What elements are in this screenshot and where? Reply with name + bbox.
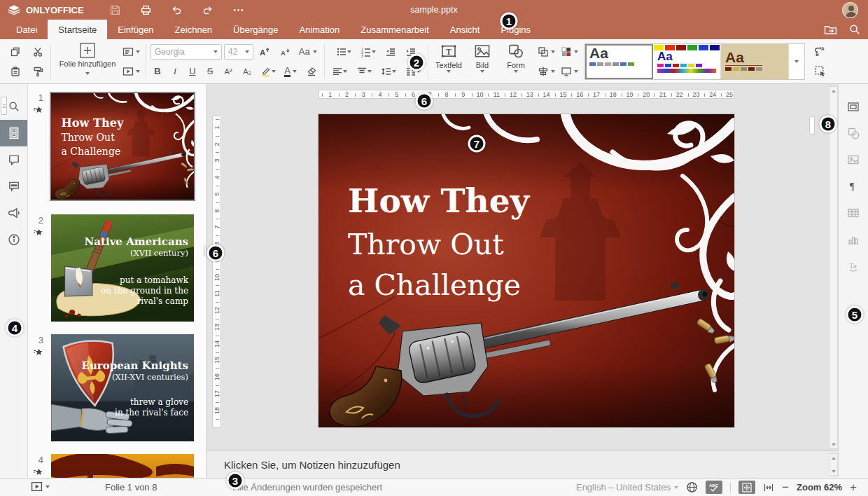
chat-panel-button[interactable] — [0, 173, 27, 200]
font-name-select[interactable]: Georgia — [150, 44, 222, 60]
vertical-ruler[interactable]: 123456789101112131415161718 — [212, 116, 221, 428]
align-shape-button[interactable] — [536, 62, 557, 81]
line-spacing-button[interactable] — [377, 62, 400, 81]
clear-style-button[interactable] — [302, 62, 321, 81]
replace-button[interactable]: AB — [811, 43, 829, 61]
decrease-indent-button[interactable] — [382, 43, 400, 61]
paragraph-settings-button[interactable]: ¶ — [839, 173, 868, 200]
set-language-icon[interactable] — [686, 481, 698, 493]
notes-scroll-down-button[interactable] — [830, 467, 837, 475]
callout-badge-1: 1 — [500, 13, 518, 30]
font-size-select[interactable]: 42 — [224, 44, 253, 60]
horizontal-align-button[interactable] — [328, 62, 351, 81]
tab-datei[interactable]: Datei — [6, 20, 48, 39]
select-all-button[interactable] — [811, 62, 829, 81]
theme-thumbnail-3[interactable]: Aa — [721, 44, 789, 79]
vertical-align-button[interactable] — [353, 62, 375, 81]
tab-zeichnen[interactable]: Zeichnen — [164, 20, 223, 39]
insert-shape-button[interactable]: Form — [499, 41, 533, 82]
bullets-button[interactable] — [332, 43, 355, 61]
format-painter-button[interactable] — [29, 62, 47, 81]
notes-scrollbar[interactable] — [829, 453, 838, 476]
increase-font-icon[interactable]: A — [255, 43, 274, 61]
print-icon[interactable] — [140, 4, 152, 16]
slide-size-button[interactable] — [559, 62, 580, 81]
color-scheme-button[interactable] — [559, 43, 580, 61]
italic-button[interactable]: I — [167, 62, 183, 81]
about-button[interactable] — [0, 226, 27, 253]
slide-settings-button[interactable] — [839, 93, 868, 120]
chart-settings-button[interactable] — [839, 226, 868, 253]
tab-ansicht[interactable]: Ansicht — [440, 20, 491, 39]
svg-text:3: 3 — [361, 54, 363, 57]
insert-textbox-button[interactable]: T Textfeld — [432, 41, 465, 82]
slides-panel-button[interactable] — [0, 120, 27, 146]
tab-startseite[interactable]: Startseite — [48, 20, 107, 39]
notes-scroll-up-button[interactable] — [830, 454, 837, 462]
change-layout-button[interactable] — [120, 43, 142, 61]
editing-canvas[interactable]: 1234567891011121314151617181920212223242… — [206, 84, 838, 478]
undo-icon[interactable] — [171, 4, 183, 16]
app-logo[interactable]: ONLYOFFICE — [0, 4, 91, 15]
theme-gallery-expand-button[interactable] — [789, 44, 804, 79]
start-slideshow-button[interactable] — [120, 62, 142, 81]
panel-resize-handle[interactable] — [204, 245, 206, 256]
arrange-shape-button[interactable] — [536, 43, 557, 61]
start-slideshow-status-button[interactable] — [31, 481, 50, 492]
add-slide-button[interactable]: Folie hinzufügen — [55, 41, 120, 82]
highlight-color-button[interactable] — [258, 62, 279, 81]
scrollbar-thumb[interactable] — [1, 97, 7, 115]
save-icon[interactable] — [109, 4, 121, 16]
fit-to-slide-button[interactable] — [738, 481, 755, 494]
search-icon[interactable] — [848, 23, 861, 36]
theme-sample-text: Aa — [589, 46, 648, 61]
tab-einfügen[interactable]: Einfügen — [107, 20, 164, 39]
horizontal-ruler[interactable]: 1234567891011121314151617181920212223242… — [318, 90, 734, 99]
comments-panel-button[interactable] — [0, 146, 27, 173]
zoom-out-button[interactable]: − — [782, 481, 789, 493]
copy-button[interactable] — [6, 43, 24, 61]
language-selector[interactable]: English – United States — [576, 482, 678, 492]
shape-settings-button[interactable] — [839, 120, 868, 146]
slide2-subtitle: (XVII century) — [130, 248, 188, 258]
textart-settings-button[interactable]: Ta — [839, 253, 868, 280]
cut-button[interactable] — [29, 43, 47, 61]
underline-button[interactable]: U — [185, 62, 200, 81]
tab-zusammenarbeit[interactable]: Zusammenarbeit — [350, 20, 440, 39]
tab-animation[interactable]: Animation — [288, 20, 350, 39]
image-settings-button[interactable] — [839, 146, 868, 173]
svg-text:Ta: Ta — [849, 261, 857, 270]
slide-thumbnail-image[interactable]: European Knights (XII-XVI centuries) thr… — [51, 334, 194, 441]
superscript-button[interactable]: A² — [220, 62, 237, 81]
table-settings-button[interactable] — [839, 200, 868, 226]
paste-button[interactable] — [6, 62, 24, 81]
zoom-in-button[interactable]: + — [850, 481, 857, 493]
insert-image-button[interactable]: Bild — [465, 41, 499, 82]
spell-check-button[interactable]: ABC — [706, 481, 722, 494]
tab-übergänge[interactable]: Übergänge — [223, 20, 288, 39]
bold-button[interactable]: B — [150, 62, 165, 81]
vertical-scrollbar[interactable] — [829, 86, 838, 449]
decrease-font-icon[interactable]: A — [276, 43, 294, 61]
subscript-button[interactable]: A₂ — [239, 62, 255, 81]
scroll-up-button[interactable] — [830, 87, 837, 95]
slide-thumbnail-image[interactable] — [51, 454, 194, 478]
user-avatar[interactable] — [842, 2, 858, 18]
current-slide[interactable] — [318, 114, 734, 427]
svg-text:¶: ¶ — [850, 181, 855, 192]
slide-thumbnail-image[interactable]: Native Americans (XVII century) put a to… — [51, 214, 194, 322]
theme-thumbnail-2[interactable]: Aa — [653, 44, 721, 79]
theme-thumbnail-1[interactable]: Aa — [585, 44, 653, 79]
numbering-button[interactable]: 123 — [357, 43, 379, 61]
slide-thumbnail-image[interactable] — [50, 92, 195, 201]
scroll-down-button[interactable] — [830, 441, 837, 448]
feedback-button[interactable] — [0, 200, 27, 226]
open-file-location-icon[interactable] — [824, 24, 837, 36]
font-color-button[interactable]: A — [281, 62, 300, 81]
panel-collapse-handle[interactable] — [809, 116, 815, 135]
fit-to-width-icon[interactable] — [763, 482, 774, 493]
notes-area[interactable]: Klicken Sie, um Notizen hinzuzufügen — [206, 450, 838, 478]
change-case-button[interactable]: Aa — [296, 43, 320, 61]
strikethrough-button[interactable]: S — [202, 62, 218, 81]
notes-placeholder[interactable]: Klicken Sie, um Notizen hinzuzufügen — [224, 459, 400, 471]
